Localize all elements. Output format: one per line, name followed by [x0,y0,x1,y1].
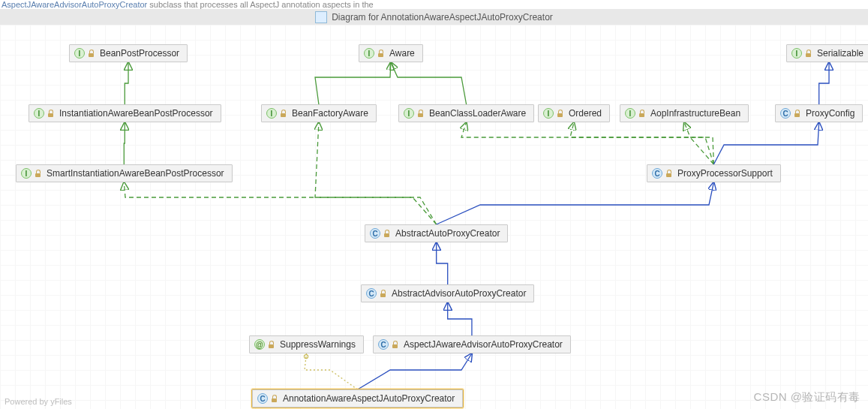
interface-icon: I [21,168,32,179]
doc-hint: AspectJAwareAdvisorAutoProxyCreator subc… [2,0,374,9]
node-ProxyConfig[interactable]: CProxyConfig [775,104,863,122]
lock-icon [47,110,55,117]
lock-icon [380,290,387,297]
node-Serializable[interactable]: ISerializable [786,44,868,62]
node-label: Aware [389,48,415,59]
edge [819,62,829,104]
tab-bar: Diagram for AnnotationAwareAspectJAutoPr… [0,9,868,26]
interface-icon: I [266,108,277,119]
node-SuppressWarnings[interactable]: @SuppressWarnings [249,335,364,353]
lock-icon [88,50,95,57]
node-ProxyProcessorSupport[interactable]: CProxyProcessorSupport [647,164,781,182]
doc-hint-rest: subclass that processes all AspectJ anno… [147,0,373,9]
node-AbstractAdvisorAutoProxyCreator[interactable]: CAbstractAdvisorAutoProxyCreator [361,284,534,302]
node-label: BeanClassLoaderAware [429,108,526,119]
edge [315,62,391,104]
class-icon: C [366,288,377,299]
node-label: BeanFactoryAware [292,108,368,119]
edge [358,353,472,389]
edge [305,353,358,389]
interface-icon: I [625,108,635,119]
node-AopInfrastructureBean[interactable]: IAopInfrastructureBean [620,104,749,122]
lock-icon [383,230,391,237]
annotation-icon: @ [254,339,265,350]
lock-icon [377,50,385,57]
edge [448,302,472,335]
node-AnnotationAwareAspectJAutoProxyCreator[interactable]: CAnnotationAwareAspectJAutoProxyCreator [252,389,463,407]
lock-icon [638,110,646,117]
node-BeanClassLoaderAware[interactable]: IBeanClassLoaderAware [398,104,534,122]
node-InstantiationAwareBeanPostProcessor[interactable]: IInstantiationAwareBeanPostProcessor [29,104,221,122]
node-label: Ordered [569,108,602,119]
edge [713,122,818,164]
node-label: InstantiationAwareBeanPostProcessor [59,108,213,119]
edge [437,182,714,224]
node-AbstractAutoProxyCreator[interactable]: CAbstractAutoProxyCreator [365,224,508,242]
lock-icon [268,341,275,348]
watermark: CSDN @验证码有毒 [754,390,860,404]
class-icon: C [370,228,380,239]
node-label: AspectJAwareAdvisorAutoProxyCreator [404,339,563,350]
lock-icon [805,50,812,57]
node-label: BeanPostProcessor [100,48,179,59]
interface-icon: I [543,108,554,119]
node-label: SmartInstantiationAwareBeanPostProcessor [47,168,224,179]
class-icon: C [780,108,791,119]
interface-icon: I [404,108,414,119]
edge [125,62,128,104]
interface-icon: I [791,48,802,59]
tab-title[interactable]: Diagram for AnnotationAwareAspectJAutoPr… [332,12,553,23]
edge [124,122,125,164]
lock-icon [557,110,564,117]
node-label: SuppressWarnings [280,339,356,350]
edge [315,122,437,224]
node-Aware[interactable]: IAware [359,44,423,62]
lock-icon [665,170,673,177]
interface-icon: I [34,108,44,119]
lock-icon [271,395,278,402]
lock-icon [794,110,801,117]
lock-icon [35,170,42,177]
node-label: ProxyProcessorSupport [677,168,773,179]
edge [437,242,448,284]
node-label: AnnotationAwareAspectJAutoProxyCreator [283,393,455,404]
interface-icon: I [364,48,374,59]
node-label: AbstractAutoProxyCreator [395,228,500,239]
diagram-icon [315,11,327,23]
edge [570,122,713,164]
interface-icon: I [74,48,85,59]
node-SmartInstantiationAwareBeanPostProcessor[interactable]: ISmartInstantiationAwareBeanPostProcesso… [16,164,233,182]
class-icon: C [378,339,389,350]
edge [391,62,467,104]
lock-icon [280,110,287,117]
node-label: AopInfrastructureBean [650,108,740,119]
class-icon: C [652,168,662,179]
lock-icon [417,110,425,117]
lock-icon [392,341,399,348]
node-label: AbstractAdvisorAutoProxyCreator [392,288,526,299]
edge [684,122,713,164]
node-BeanFactoryAware[interactable]: IBeanFactoryAware [261,104,377,122]
edge [461,122,713,164]
node-AspectJAwareAdvisorAutoProxyCreator[interactable]: CAspectJAwareAdvisorAutoProxyCreator [373,335,571,353]
node-label: Serializable [817,48,863,59]
edge [124,182,436,224]
powered-by: Powered by yFiles [5,397,72,406]
class-icon: C [257,393,268,404]
node-Ordered[interactable]: IOrdered [538,104,610,122]
node-BeanPostProcessor[interactable]: IBeanPostProcessor [69,44,188,62]
node-label: ProxyConfig [806,108,854,119]
diagram-canvas[interactable]: IBeanPostProcessorIAwareISerializableIIn… [0,25,868,409]
